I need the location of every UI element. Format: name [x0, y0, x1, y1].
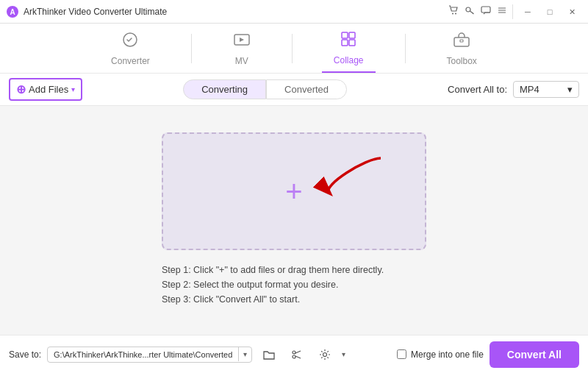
- tab-toolbox-label: Toolbox: [447, 56, 477, 66]
- svg-rect-9: [349, 32, 355, 38]
- open-folder-button[interactable]: [258, 344, 280, 366]
- chat-icon[interactable]: [480, 4, 492, 16]
- app-logo: A: [6, 5, 19, 18]
- merge-checkbox[interactable]: [397, 349, 406, 359]
- svg-point-2: [452, 13, 453, 15]
- steps-container: Step 1: Click "+" to add files or drag t…: [162, 265, 426, 309]
- format-value: MP4: [520, 84, 539, 95]
- converting-tab[interactable]: Converting: [183, 79, 266, 99]
- svg-rect-10: [342, 40, 348, 46]
- titlebar: A ArkThinker Video Converter Ultimate ─ …: [0, 0, 588, 24]
- tab-toolbox[interactable]: Toolbox: [435, 25, 489, 72]
- drop-zone-plus: +: [285, 177, 302, 206]
- toolbar: ⊕ Add Files ▾ Converting Converted Conve…: [0, 74, 588, 106]
- tab-converter-label: Converter: [111, 56, 150, 66]
- merge-checkbox-container: Merge into one file: [397, 349, 484, 360]
- format-dropdown-arrow: ▾: [567, 84, 573, 95]
- step-1: Step 1: Click "+" to add files or drag t…: [162, 265, 426, 275]
- add-files-button[interactable]: ⊕ Add Files ▾: [9, 78, 82, 101]
- tab-switcher: Converting Converted: [82, 79, 448, 99]
- tab-collage-label: Collage: [334, 55, 364, 65]
- merge-label[interactable]: Merge into one file: [411, 349, 484, 360]
- save-to-label: Save to:: [9, 349, 41, 360]
- menu-icon[interactable]: [496, 4, 508, 16]
- close-button[interactable]: ✕: [562, 4, 582, 19]
- format-select[interactable]: MP4 ▾: [513, 81, 579, 98]
- plus-icon: ⊕: [16, 82, 26, 96]
- save-path-container: G:\ArkThinker\ArkThinke...rter Ultimate\…: [47, 347, 252, 363]
- svg-rect-13: [460, 40, 463, 42]
- svg-rect-11: [349, 40, 355, 46]
- nav-separator-2: [292, 34, 293, 63]
- mv-icon: [233, 31, 251, 53]
- tab-mv-label: MV: [235, 56, 248, 66]
- svg-point-3: [455, 13, 456, 15]
- add-files-label: Add Files: [29, 84, 68, 95]
- svg-point-15: [293, 351, 295, 354]
- settings-dropdown-arrow[interactable]: ▾: [342, 350, 345, 358]
- converter-icon: [121, 31, 139, 53]
- nav-tabs: Converter MV Collage: [0, 24, 588, 74]
- convert-all-to: Convert All to: MP4 ▾: [448, 81, 579, 98]
- nav-separator-1: [191, 34, 192, 63]
- svg-point-4: [466, 7, 470, 12]
- svg-text:A: A: [10, 8, 15, 16]
- drop-zone[interactable]: +: [162, 132, 426, 250]
- settings-button[interactable]: [314, 344, 336, 366]
- nav-separator-3: [405, 34, 406, 63]
- add-files-dropdown-arrow: ▾: [71, 85, 75, 93]
- tab-mv[interactable]: MV: [221, 25, 262, 72]
- minimize-button[interactable]: ─: [517, 4, 538, 19]
- main-content: + Step 1: Click "+" to add files or drag…: [0, 106, 588, 335]
- svg-rect-8: [342, 32, 348, 38]
- convert-all-button[interactable]: Convert All: [490, 341, 579, 368]
- toolbox-icon: [453, 31, 470, 53]
- step-2: Step 2: Select the output format you des…: [162, 280, 426, 290]
- converted-tab[interactable]: Converted: [266, 79, 347, 99]
- key-icon[interactable]: [464, 4, 476, 16]
- convert-all-to-label: Convert All to:: [448, 84, 507, 95]
- maximize-button[interactable]: □: [539, 4, 560, 19]
- svg-point-16: [293, 355, 295, 358]
- svg-point-18: [323, 352, 327, 356]
- scissors-button[interactable]: [286, 344, 308, 366]
- tab-converter[interactable]: Converter: [99, 25, 162, 72]
- tab-collage[interactable]: Collage: [322, 24, 376, 73]
- save-path-dropdown[interactable]: ▾: [238, 347, 251, 361]
- collage-icon: [340, 30, 357, 52]
- cart-icon[interactable]: [448, 4, 459, 16]
- svg-rect-5: [481, 7, 490, 13]
- save-path-text: G:\ArkThinker\ArkThinke...rter Ultimate\…: [48, 347, 238, 362]
- step-3: Step 3: Click "Convert All" to start.: [162, 294, 426, 305]
- bottom-bar: Save to: G:\ArkThinker\ArkThinke...rter …: [0, 335, 588, 373]
- arrow-indicator: [307, 152, 388, 204]
